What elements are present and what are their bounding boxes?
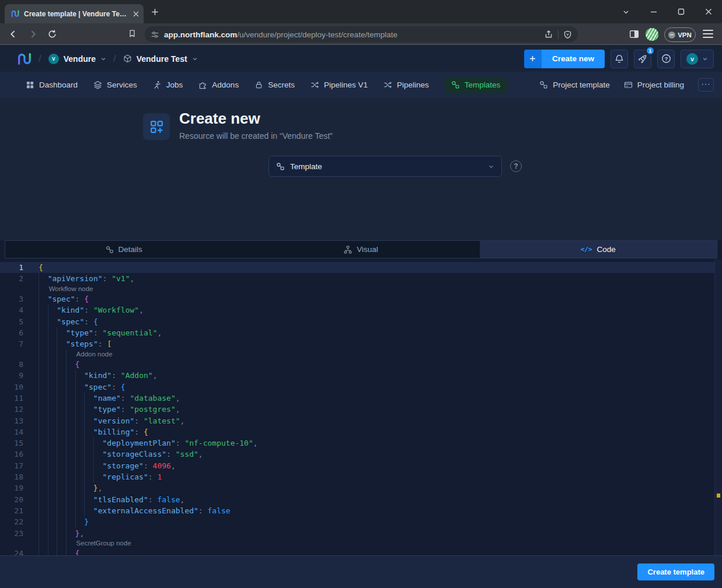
- breadcrumb-org[interactable]: v Vendure: [48, 54, 106, 64]
- code-token: [: [107, 338, 111, 349]
- code-line[interactable]: 9"kind": "Addon",: [0, 370, 722, 381]
- indent-guide: [57, 426, 66, 438]
- line-number: 13: [0, 415, 23, 426]
- window-close-icon[interactable]: [695, 0, 722, 23]
- code-token: "nf-compute-10": [184, 438, 253, 449]
- nav-item-secrets[interactable]: Secrets: [254, 80, 295, 89]
- code-line[interactable]: 21"externalAccessEnabled": false: [0, 505, 722, 516]
- indent-guide: [75, 482, 85, 494]
- code-annotation[interactable]: SecretGroup node: [0, 539, 722, 548]
- help-icon[interactable]: ?: [510, 160, 522, 172]
- tab-code[interactable]: </> Code: [480, 241, 717, 258]
- code-line[interactable]: 19},: [0, 482, 722, 494]
- code-line[interactable]: 23},: [0, 528, 722, 539]
- side-panel-icon[interactable]: [629, 29, 639, 39]
- code-token: "replicas": [102, 471, 148, 482]
- code-line[interactable]: 18"replicas": 1: [0, 471, 722, 482]
- indent-guide: [66, 516, 75, 527]
- window-chevron-icon[interactable]: [612, 0, 640, 23]
- indent-guide: [57, 471, 66, 482]
- code-line[interactable]: 11"name": "database",: [0, 393, 722, 404]
- notifications-button[interactable]: [611, 50, 628, 68]
- code-line[interactable]: 22}: [0, 516, 722, 527]
- browser-tab[interactable]: Create template | Vendure Test |: [5, 4, 144, 23]
- line-number: [0, 350, 23, 359]
- code-line[interactable]: 12"type": "postgres",: [0, 404, 722, 415]
- indent-guide: [66, 370, 75, 381]
- window-minimize-icon[interactable]: [640, 0, 667, 23]
- line-number: 4: [0, 304, 23, 316]
- code-editor[interactable]: 1{2"apiVersion": "v1",Workflow node3"spe…: [0, 259, 722, 588]
- line-number: 20: [0, 494, 23, 505]
- share-icon[interactable]: [544, 30, 553, 39]
- create-template-button[interactable]: Create template: [637, 564, 714, 580]
- forward-icon[interactable]: [28, 29, 38, 39]
- northflank-logo-icon[interactable]: [16, 51, 32, 66]
- code-line[interactable]: 10"spec": {: [0, 382, 722, 393]
- whats-new-button[interactable]: 1: [634, 50, 651, 68]
- nav-item-pipelines[interactable]: Pipelines: [383, 80, 429, 89]
- url-text[interactable]: app.northflank.com/u/vendure/project/dep…: [164, 30, 539, 39]
- nav-item-addons[interactable]: Addons: [198, 80, 239, 89]
- indent-guide: [39, 338, 48, 349]
- bookmark-icon[interactable]: [128, 29, 137, 38]
- window-controls: [612, 0, 722, 23]
- code-token: "type": [93, 404, 121, 415]
- nav-item-project-billing[interactable]: Project billing: [624, 80, 684, 89]
- user-menu[interactable]: v: [681, 50, 714, 68]
- indent-guide: [66, 382, 75, 393]
- resource-type-select[interactable]: Template: [268, 156, 502, 177]
- code-line[interactable]: 4"kind": "Workflow",: [0, 304, 722, 316]
- code-token: {: [75, 359, 80, 370]
- code-line[interactable]: 17"storage": 4096,: [0, 460, 722, 471]
- window-maximize-icon[interactable]: [667, 0, 695, 23]
- code-annotation[interactable]: Addon node: [0, 350, 722, 359]
- new-tab-button[interactable]: [151, 8, 159, 16]
- tab-visual[interactable]: Visual: [242, 241, 479, 258]
- code-line[interactable]: 3"spec": {: [0, 293, 722, 304]
- code-token: "storage": [102, 460, 143, 471]
- url-bar[interactable]: app.northflank.com/u/vendure/project/dep…: [145, 26, 578, 43]
- indent-guide: [39, 359, 48, 370]
- code-line[interactable]: 15"deploymentPlan": "nf-compute-10",: [0, 438, 722, 449]
- indent-guide: [75, 449, 85, 460]
- code-line[interactable]: 16"storageClass": "ssd",: [0, 449, 722, 460]
- code-line[interactable]: 13"version": "latest",: [0, 415, 722, 426]
- code-line[interactable]: 14"billing": {: [0, 426, 722, 438]
- nav-item-templates[interactable]: Templates: [445, 77, 507, 93]
- code-line[interactable]: 2"apiVersion": "v1",: [0, 273, 722, 284]
- code-token: "tlsEnabled": [93, 494, 148, 505]
- code-line[interactable]: 7"steps": [: [0, 338, 722, 349]
- tab-close-icon[interactable]: [133, 11, 139, 17]
- nav-item-services[interactable]: Services: [93, 80, 137, 89]
- code-annotation[interactable]: Workflow node: [0, 285, 722, 294]
- code-token: :: [166, 449, 176, 460]
- code-line[interactable]: 6"type": "sequential",: [0, 327, 722, 338]
- nav-item-pipelines-v1[interactable]: Pipelines V1: [311, 80, 368, 89]
- breadcrumb-project[interactable]: Vendure Test: [123, 54, 198, 64]
- code-token: 4096: [153, 460, 171, 471]
- create-new-button[interactable]: Create new: [524, 50, 605, 68]
- help-button[interactable]: ?: [657, 50, 675, 68]
- code-line[interactable]: 5"spec": {: [0, 316, 722, 327]
- template-nodes-icon: [106, 246, 114, 254]
- indent-guide: [57, 327, 66, 338]
- nav-item-jobs[interactable]: Jobs: [153, 80, 183, 89]
- vpn-badge[interactable]: VPN: [664, 27, 696, 42]
- code-line[interactable]: 1{: [0, 262, 722, 273]
- browser-menu-icon[interactable]: [703, 30, 713, 38]
- code-line[interactable]: 20"tlsEnabled": false,: [0, 494, 722, 505]
- extension-icon[interactable]: [646, 28, 658, 41]
- editor-overview-ruler[interactable]: [714, 259, 722, 588]
- site-settings-icon[interactable]: [151, 30, 159, 39]
- nav-item-dashboard[interactable]: Dashboard: [26, 80, 78, 89]
- back-icon[interactable]: [8, 29, 18, 39]
- nav-more-button[interactable]: ···: [698, 78, 714, 92]
- nav-item-project-template[interactable]: Project template: [539, 80, 610, 89]
- tab-details[interactable]: Details: [5, 241, 242, 258]
- code-line[interactable]: 8{: [0, 359, 722, 370]
- indent-guide: [39, 494, 48, 505]
- indent-guide: [66, 438, 75, 449]
- reload-icon[interactable]: [47, 29, 57, 39]
- brave-shield-icon[interactable]: [563, 30, 572, 39]
